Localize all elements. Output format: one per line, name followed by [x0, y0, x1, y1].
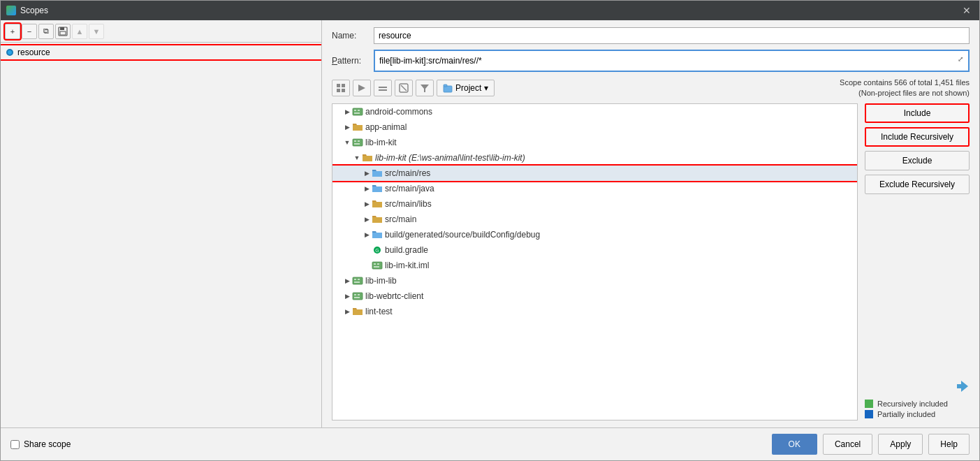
tree-row-lib-webrtc-client[interactable]: ▶ lib-webrtc-client: [332, 288, 857, 304]
cancel-button[interactable]: Cancel: [823, 434, 872, 455]
toggle-src-main-java[interactable]: ▶: [362, 184, 372, 193]
tree-row-lib-im-kit-path[interactable]: ▼ lib-im-kit (E:\ws-animal\lint-test\lib…: [332, 150, 857, 166]
tree-row-lib-im-lib[interactable]: ▶ lib-im-lib: [332, 273, 857, 288]
scope-list[interactable]: resource: [1, 43, 321, 427]
toggle-app-animal[interactable]: ▶: [342, 122, 352, 132]
name-input[interactable]: [374, 27, 970, 44]
tree-row-app-animal[interactable]: ▶ app-animal: [332, 119, 857, 135]
svg-rect-32: [354, 281, 360, 283]
svg-rect-17: [358, 110, 360, 111]
file-tree[interactable]: ▶ android-commons ▶: [332, 103, 858, 420]
action-buttons-panel: Include Include Recursively Exclude Excl…: [858, 103, 970, 420]
svg-marker-7: [358, 85, 365, 92]
exclude-button[interactable]: Exclude: [865, 151, 970, 170]
compact-empty-button[interactable]: [374, 80, 392, 96]
svg-rect-3: [337, 84, 340, 87]
tree-row-lib-im-kit-iml[interactable]: ▶ lib-im-kit.iml: [332, 258, 857, 273]
tree-row-android-commons[interactable]: ▶ android-commons: [332, 104, 857, 119]
svg-rect-27: [377, 263, 379, 265]
tree-label-lib-webrtc-client: lib-webrtc-client: [365, 291, 423, 301]
move-up-button[interactable]: ▲: [72, 24, 87, 39]
folder-icon-src-main-res: [372, 168, 383, 178]
tree-toolbar: Project ▾ Scope contains 566 of total 1,…: [332, 78, 970, 99]
svg-text:G: G: [375, 248, 379, 253]
toggle-android-commons[interactable]: ▶: [342, 107, 352, 117]
toggle-src-main[interactable]: ▶: [362, 214, 372, 224]
svg-rect-15: [353, 108, 363, 115]
legend-partially-included: Partially included: [865, 410, 970, 418]
apply-button[interactable]: Apply: [878, 434, 923, 455]
help-button[interactable]: Help: [928, 434, 970, 455]
svg-rect-4: [342, 84, 345, 87]
add-scope-button[interactable]: +: [5, 24, 20, 39]
name-row: Name:: [332, 27, 970, 44]
svg-rect-18: [354, 112, 360, 114]
svg-rect-2: [60, 31, 66, 35]
copy-scope-button[interactable]: ⧉: [38, 24, 54, 39]
tree-row-src-main[interactable]: ▶ src/main: [332, 212, 857, 227]
toggle-src-main-libs[interactable]: ▶: [362, 199, 372, 209]
dialog-buttons: OK Cancel Apply Help: [772, 434, 970, 455]
scroll-to-source-button[interactable]: [353, 80, 371, 96]
project-icon: [443, 83, 453, 93]
svg-rect-19: [353, 139, 363, 146]
legend-arrow-icon: [956, 379, 970, 393]
show-excluded-button[interactable]: [395, 80, 413, 96]
tree-row-src-main-libs[interactable]: ▶ src/main/libs: [332, 196, 857, 212]
main-area: ▶ android-commons ▶: [332, 103, 970, 420]
scope-item-resource[interactable]: resource: [1, 45, 321, 59]
folder-icon-src-main-libs: [372, 199, 383, 209]
module-icon-lib-im-lib: [352, 276, 363, 286]
expand-pattern-button[interactable]: ⤢: [954, 52, 967, 65]
move-down-button[interactable]: ▼: [89, 24, 104, 39]
include-button[interactable]: Include: [865, 103, 970, 123]
scope-info-line1: Scope contains 566 of total 1,451 files: [840, 78, 970, 88]
toggle-lint-test[interactable]: ▶: [342, 307, 352, 316]
gradle-icon: G: [372, 245, 383, 255]
share-scope-checkbox[interactable]: [10, 440, 20, 449]
toggle-src-main-res[interactable]: ▶: [362, 168, 372, 178]
tree-label-build-generated: build/generated/source/buildConfig/debug: [385, 230, 540, 240]
ok-button[interactable]: OK: [772, 434, 817, 455]
legend-green-box: [865, 400, 873, 408]
filter-button[interactable]: [416, 80, 434, 96]
tree-row-build-gradle[interactable]: ▶ G build.gradle: [332, 242, 857, 258]
compact-icon: [378, 83, 388, 93]
pattern-row: Pattern: ⤢: [332, 50, 970, 72]
scope-item-label: resource: [17, 47, 50, 57]
flatten-packages-button[interactable]: [332, 80, 350, 96]
tree-label-lint-test: lint-test: [365, 307, 393, 316]
tree-row-src-main-java[interactable]: ▶ src/main/java: [332, 181, 857, 196]
title-bar-left: Scopes: [6, 6, 48, 15]
left-panel: + − ⧉ ▲ ▼ resource: [1, 20, 322, 427]
svg-marker-12: [420, 85, 429, 92]
toggle-lib-im-kit[interactable]: ▼: [342, 138, 352, 147]
legend-blue-box: [865, 410, 873, 418]
toggle-build-generated[interactable]: ▶: [362, 230, 372, 240]
share-scope-checkbox-row: Share scope: [10, 439, 71, 449]
tree-row-build-generated[interactable]: ▶ build/generated/source/buildConfig/deb…: [332, 227, 857, 242]
tree-row-src-main-res[interactable]: ▶ src/main/res: [332, 166, 857, 181]
toggle-lib-im-lib[interactable]: ▶: [342, 276, 352, 286]
svg-rect-33: [353, 293, 363, 300]
tree-row-lint-test[interactable]: ▶ lint-test: [332, 304, 857, 319]
project-label: Project: [455, 83, 481, 93]
folder-icon-build-generated: [372, 230, 383, 240]
scroll-source-icon: [357, 83, 367, 93]
toggle-lib-im-kit-path[interactable]: ▼: [352, 153, 362, 163]
tree-label-src-main-java: src/main/java: [385, 184, 434, 193]
tree-label-android-commons: android-commons: [365, 107, 432, 117]
save-scope-button[interactable]: [55, 24, 71, 39]
include-recursively-button[interactable]: Include Recursively: [865, 127, 970, 147]
exclude-recursively-button[interactable]: Exclude Recursively: [865, 175, 970, 194]
close-button[interactable]: ✕: [960, 3, 974, 17]
remove-scope-button[interactable]: −: [22, 24, 37, 39]
project-dropdown[interactable]: Project ▾: [437, 80, 495, 96]
dialog-title: Scopes: [20, 6, 48, 15]
tree-row-lib-im-kit[interactable]: ▼ lib-im-kit: [332, 135, 857, 150]
pattern-input[interactable]: [374, 50, 970, 72]
toggle-lib-webrtc-client[interactable]: ▶: [342, 291, 352, 301]
svg-rect-8: [379, 87, 387, 88]
tree-label-src-main-res: src/main/res: [385, 168, 430, 178]
tree-label-src-main-libs: src/main/libs: [385, 199, 432, 209]
